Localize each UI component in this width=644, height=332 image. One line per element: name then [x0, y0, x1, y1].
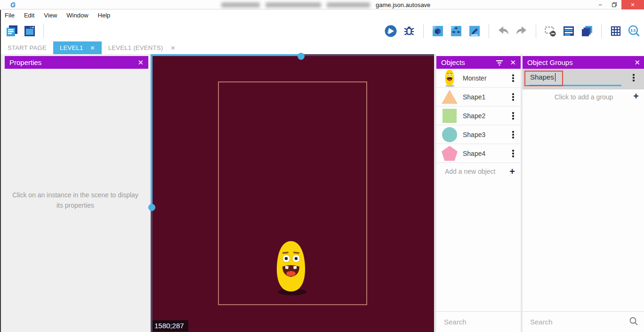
menu-edit[interactable]: Edit — [19, 12, 39, 19]
left-splitter-rest — [151, 207, 153, 332]
close-button[interactable]: ✕ — [621, 0, 644, 9]
close-icon[interactable]: ✕ — [137, 58, 144, 67]
object-menu-kebab-icon[interactable] — [507, 112, 519, 120]
add-object-label: Add a new object — [445, 168, 495, 175]
add-group-button[interactable]: Click to add a group + — [523, 89, 644, 105]
object-row-shape3[interactable]: Shape3 — [436, 125, 521, 144]
title-bar: G game.json.autosave – ✕ — [0, 0, 644, 9]
play-button[interactable] — [384, 24, 398, 38]
layers-list-icon — [562, 24, 575, 38]
debug-icon — [402, 24, 416, 38]
redacted-title-segment — [221, 2, 260, 8]
properties-panel: Properties ✕ Click on an instance in the… — [1, 54, 150, 332]
redacted-title-segment — [266, 2, 321, 8]
object-label: Shape1 — [463, 93, 507, 101]
svg-text:1:1: 1:1 — [631, 28, 636, 32]
toolbar-separator — [489, 24, 489, 38]
undo-button[interactable] — [496, 24, 510, 38]
new-group-row — [523, 69, 644, 89]
menu-view[interactable]: View — [39, 12, 62, 19]
object-menu-kebab-icon[interactable] — [507, 74, 519, 82]
add-object-button[interactable]: Add a new object + — [436, 163, 521, 180]
menu-help[interactable]: Help — [93, 12, 115, 19]
object-menu-kebab-icon[interactable] — [507, 131, 519, 138]
top-splitter-rest — [301, 54, 434, 56]
object-row-monster[interactable]: Monster — [436, 69, 521, 88]
edit-objects-button[interactable] — [431, 24, 445, 38]
gdevelop-logo-icon: G — [10, 1, 16, 8]
object-label: Shape4 — [463, 150, 507, 157]
groups-search-input[interactable] — [523, 318, 629, 326]
groups-search-row — [523, 311, 644, 332]
project-manager-button[interactable] — [5, 24, 19, 38]
editor-tabs: START PAGE LEVEL1 ✕ LEVEL1 (EVENTS) ✕ — [0, 41, 644, 54]
zoom-1-1-button[interactable]: 1:1 — [627, 24, 641, 38]
tab-label: LEVEL1 — [60, 44, 83, 51]
plus-icon: + — [509, 167, 515, 176]
objects-header: Objects ✕ — [436, 56, 521, 69]
object-row-shape2[interactable]: Shape2 — [436, 106, 521, 125]
properties-body: Click on an instance in the scene to dis… — [1, 69, 150, 332]
play-icon — [384, 24, 397, 38]
left-splitter[interactable] — [151, 54, 153, 207]
top-splitter[interactable] — [151, 54, 301, 56]
object-menu-kebab-icon[interactable] — [507, 150, 519, 157]
monster-instance[interactable] — [274, 240, 307, 296]
menu-file[interactable]: File — [1, 12, 19, 19]
toolbar: 1:1 — [0, 21, 644, 41]
toolbar-separator — [43, 24, 44, 38]
redo-button[interactable] — [515, 24, 529, 38]
panel-title: Objects — [441, 58, 465, 66]
pentagon-icon — [442, 146, 458, 161]
main-area: Properties ✕ Click on an instance in the… — [0, 54, 644, 332]
tab-level1-events[interactable]: LEVEL1 (EVENTS) ✕ — [102, 41, 182, 54]
objects-search-row — [436, 311, 521, 332]
edit-instances-button[interactable] — [449, 24, 463, 38]
panel-title: Properties — [9, 58, 41, 66]
splitter-handle-left[interactable] — [148, 204, 155, 211]
tab-close-icon[interactable]: ✕ — [90, 45, 95, 51]
object-groups-panel: Object Groups ✕ Click to add a group + — [523, 54, 644, 332]
object-label: Monster — [463, 74, 507, 82]
grid-button[interactable] — [609, 24, 623, 38]
minimize-button[interactable]: – — [593, 0, 607, 9]
monster-icon — [436, 69, 463, 87]
tutorial-highlight-box — [524, 71, 563, 86]
splitter-handle-top[interactable] — [298, 53, 305, 60]
scene-canvas[interactable]: 1580;287 — [151, 54, 434, 332]
project-manager-icon — [5, 24, 18, 38]
start-page-icon — [23, 24, 36, 38]
object-row-shape1[interactable]: Shape1 — [436, 88, 521, 106]
circle-icon — [442, 127, 457, 142]
tab-level1[interactable]: LEVEL1 ✕ — [53, 41, 102, 54]
gdevelop-window: G game.json.autosave – ✕ File Edit View … — [0, 0, 644, 332]
object-menu-kebab-icon[interactable] — [507, 93, 519, 101]
layers-list-button[interactable] — [562, 24, 576, 38]
toolbar-separator — [536, 24, 536, 38]
layers-button[interactable] — [580, 24, 594, 38]
edit-objects-icon — [431, 24, 444, 38]
menu-window[interactable]: Window — [62, 12, 93, 19]
close-icon[interactable]: ✕ — [510, 58, 516, 67]
object-row-shape4[interactable]: Shape4 — [436, 144, 521, 163]
plus-icon: + — [633, 91, 639, 101]
zoom-1-1-icon: 1:1 — [628, 24, 641, 38]
delete-selection-button[interactable] — [543, 24, 557, 38]
filter-icon[interactable] — [496, 59, 503, 66]
group-menu-kebab-icon[interactable] — [628, 74, 639, 81]
properties-empty-message: Click on an instance in the scene to dis… — [9, 190, 141, 211]
edit-scene-properties-button[interactable] — [467, 24, 482, 38]
toolbar-separator — [601, 24, 602, 38]
undo-icon — [497, 24, 510, 38]
debug-button[interactable] — [402, 24, 416, 38]
add-group-label: Click to add a group — [555, 93, 613, 101]
square-icon — [443, 109, 457, 123]
triangle-icon — [442, 90, 458, 104]
redacted-title-segment — [327, 2, 370, 8]
restore-button[interactable] — [607, 0, 621, 9]
tab-close-icon[interactable]: ✕ — [170, 45, 175, 51]
start-page-button[interactable] — [23, 24, 37, 38]
menu-bar: File Edit View Window Help — [0, 10, 644, 21]
close-icon[interactable]: ✕ — [634, 58, 640, 67]
tab-start-page[interactable]: START PAGE — [1, 41, 53, 54]
